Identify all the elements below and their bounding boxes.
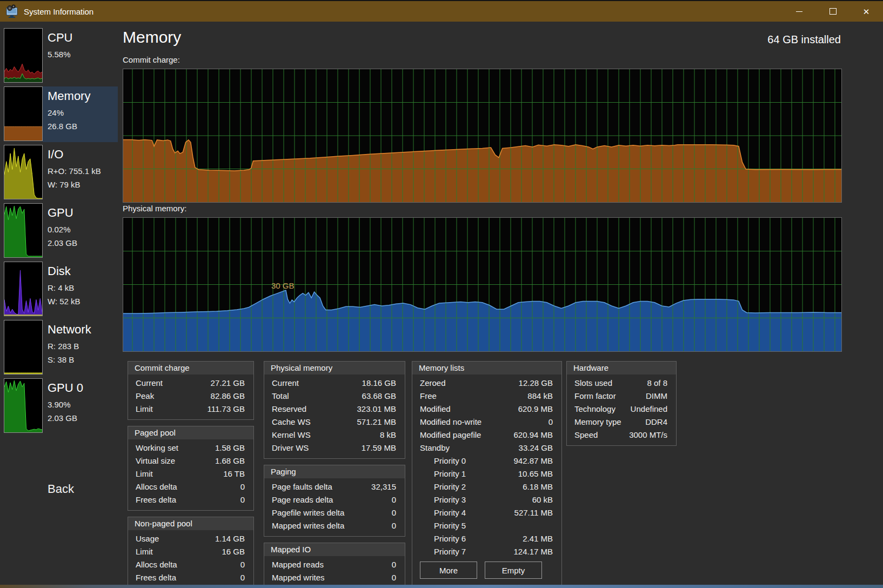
stat-value: 27.21 GB — [211, 377, 245, 390]
stat-row-kernel-ws: Kernel WS8 kB — [264, 429, 405, 442]
stat-row-priority-1: Priority 110.65 MB — [412, 467, 561, 480]
sidebar-item-memory[interactable]: Memory24%26.8 GB — [0, 86, 118, 143]
stat-label: Priority 3 — [420, 493, 466, 506]
sidebar-item-value: S: 38 B — [48, 355, 74, 364]
stat-value: 33.24 GB — [519, 442, 553, 455]
sidebar-item-value: 24% — [48, 108, 64, 117]
stat-value: 0 — [240, 493, 245, 506]
sidebar-item-value: 26.8 GB — [48, 122, 77, 131]
commit-chart-label: Commit charge: — [123, 55, 180, 64]
sidebar-item-io[interactable]: I/OR+O: 755.1 kBW: 79 kB — [0, 145, 118, 201]
stat-value: 8 kB — [380, 429, 396, 442]
stat-row-speed: Speed3000 MT/s — [567, 429, 676, 442]
stat-value: 16 TB — [223, 467, 245, 480]
sidebar-item-disk[interactable]: DiskR: 4 kBW: 52 kB — [0, 262, 118, 318]
stat-value: 884 kB — [527, 390, 553, 403]
stat-label: Slots used — [574, 377, 612, 390]
stat-row-modified-no-write: Modified no-write0 — [412, 416, 561, 429]
stat-row-allocs-delta: Allocs delta0 — [128, 480, 253, 493]
stat-row-usage: Usage1.14 GB — [128, 532, 253, 545]
stat-value: 63.68 GB — [362, 390, 396, 403]
memory-thumbnail — [4, 86, 43, 141]
stat-row-free: Free884 kB — [412, 390, 561, 403]
sidebar-item-value: 5.58% — [48, 50, 71, 59]
stat-label: Current — [136, 377, 163, 390]
sidebar-item-gpu0[interactable]: GPU 03.90%2.03 GB — [0, 378, 118, 435]
back-button[interactable]: Back — [48, 482, 74, 496]
network-thumbnail-chart — [4, 320, 42, 374]
sidebar-item-network[interactable]: NetworkR: 283 BS: 38 B — [0, 320, 118, 376]
installed-memory-label: 64 GB installed — [767, 34, 841, 46]
close-button[interactable]: ✕ — [849, 1, 883, 22]
stat-row-page-faults-delta: Page faults delta32,315 — [264, 480, 405, 493]
close-icon: ✕ — [863, 8, 870, 16]
cpu-thumbnail-chart — [4, 29, 42, 82]
panel-title: Non-paged pool — [128, 517, 253, 530]
horizontal-scrollbar[interactable] — [0, 585, 883, 588]
stat-label: Frees delta — [136, 571, 176, 584]
stat-row-virtual-size: Virtual size1.68 GB — [128, 455, 253, 467]
stat-label: Cache WS — [272, 416, 311, 429]
stat-row-frees-delta: Frees delta0 — [128, 571, 253, 584]
stat-value: 0 — [392, 493, 396, 506]
stat-row-form-factor: Form factorDIMM — [567, 390, 676, 403]
stat-column: Memory listsZeroed12.28 GBFree884 kBModi… — [412, 361, 562, 588]
sidebar-item-cpu[interactable]: CPU5.58% — [0, 28, 118, 84]
sidebar-item-label: I/O — [48, 148, 63, 162]
stat-label: Priority 5 — [420, 519, 466, 532]
stat-value: 32,315 — [371, 480, 396, 493]
stat-row-total: Total63.68 GB — [264, 390, 405, 403]
stat-value: 0 — [240, 571, 245, 584]
stat-label: Priority 1 — [420, 467, 466, 480]
gpu-thumbnail-chart — [4, 204, 42, 257]
stat-label: Modified pagefile — [420, 429, 481, 442]
stat-row-memory-type: Memory typeDDR4 — [567, 416, 676, 429]
stat-label: Mapped reads — [272, 558, 324, 571]
stat-label: Limit — [136, 403, 153, 416]
sidebar: Back CPU5.58%Memory24%26.8 GBI/OR+O: 755… — [0, 22, 118, 588]
stat-value: 2.41 MB — [523, 532, 553, 545]
stat-value: 82.86 GB — [211, 390, 245, 403]
gpu0-thumbnail — [4, 378, 43, 433]
disk-thumbnail — [4, 262, 43, 316]
stat-label: Virtual size — [136, 455, 175, 467]
stat-value: Undefined — [631, 403, 667, 416]
sidebar-item-gpu[interactable]: GPU0.02%2.03 GB — [0, 203, 118, 259]
gpu0-thumbnail-chart — [4, 379, 42, 432]
stat-label: Mapped writes — [272, 571, 325, 584]
minimize-button[interactable] — [782, 1, 816, 22]
stat-row-zeroed: Zeroed12.28 GB — [412, 377, 561, 390]
stat-value: 0 — [548, 416, 553, 429]
gpu-thumbnail — [4, 203, 43, 258]
stat-value: 0 — [240, 558, 245, 571]
stat-label: Page faults delta — [272, 480, 332, 493]
stat-label: Priority 0 — [420, 455, 466, 467]
window-controls: ✕ — [782, 1, 883, 22]
stat-column: Physical memoryCurrent18.16 GBTotal63.68… — [264, 361, 405, 588]
sidebar-item-label: Memory — [48, 89, 90, 103]
stat-row-page-reads-delta: Page reads delta0 — [264, 493, 405, 506]
app-icon — [5, 4, 19, 18]
physical-memory-chart: 30 GB — [123, 217, 842, 352]
page-title: Memory — [123, 28, 181, 46]
stat-value: DDR4 — [645, 416, 667, 429]
sidebar-item-label: Disk — [48, 264, 71, 278]
stat-value: 111.73 GB — [208, 403, 245, 416]
maximize-icon — [830, 8, 837, 15]
more-button[interactable]: More — [420, 562, 477, 579]
empty-button[interactable]: Empty — [485, 562, 542, 579]
titlebar: System Information ✕ — [0, 0, 883, 22]
stat-row-mapped-reads: Mapped reads0 — [264, 558, 405, 571]
sidebar-item-value: 3.90% — [48, 400, 71, 409]
stat-label: Working set — [136, 442, 178, 455]
panel-title: Paged pool — [128, 426, 253, 439]
stat-row-pagefile-writes-delta: Pagefile writes delta0 — [264, 506, 405, 519]
sidebar-item-label: GPU 0 — [48, 381, 83, 395]
stat-value: 12.28 GB — [519, 377, 553, 390]
stat-value: 6.18 MB — [523, 480, 553, 493]
stat-value: 0 — [392, 506, 396, 519]
maximize-button[interactable] — [816, 1, 849, 22]
stat-label: Kernel WS — [272, 429, 311, 442]
stat-label: Frees delta — [136, 493, 176, 506]
stat-value: 3000 MT/s — [629, 429, 667, 442]
